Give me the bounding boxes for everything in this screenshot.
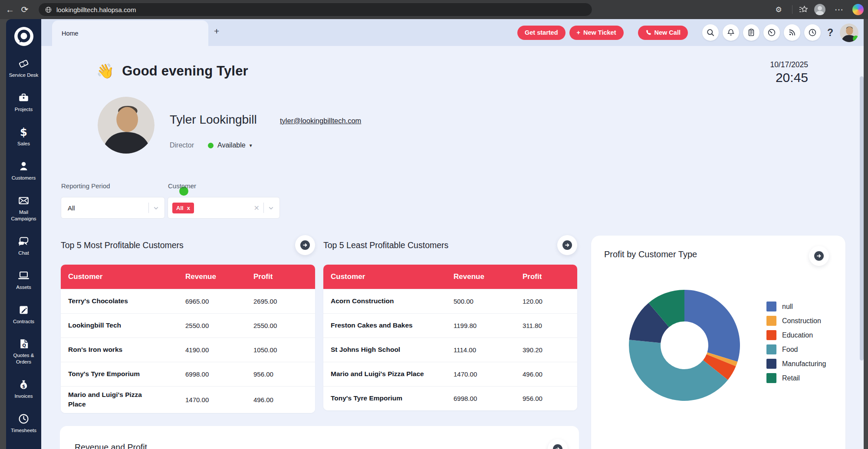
table-row[interactable]: Terry's Chocolates 6965.00 2695.00 — [61, 289, 315, 313]
person-icon — [17, 160, 30, 173]
sidebar-item-assets[interactable]: Assets — [7, 269, 41, 291]
table-row[interactable]: Ron's Iron works 4190.00 1050.00 — [61, 338, 315, 362]
tasks-button[interactable] — [743, 24, 760, 41]
least-profitable-open-button[interactable] — [557, 235, 577, 255]
reporting-period-select[interactable]: All — [61, 197, 165, 219]
time-text: 20:45 — [770, 70, 808, 85]
extensions-icon[interactable]: ⚙ — [771, 5, 786, 14]
datetime: 10/17/2025 20:45 — [770, 60, 808, 85]
chevron-down-icon[interactable]: ▼ — [249, 143, 253, 148]
sidebar-item-mail-campaigns[interactable]: Mail Campaigns — [7, 194, 41, 222]
arrow-right-circle-icon — [300, 240, 310, 250]
money-bag-icon: $ — [17, 378, 30, 391]
recent-button[interactable] — [804, 24, 821, 41]
donut-chart[interactable] — [621, 282, 747, 408]
tab-home[interactable]: Home — [52, 20, 208, 46]
browser-back-icon[interactable]: ← — [3, 5, 17, 15]
sidebar-item-label: Customers — [12, 175, 36, 181]
customer-select[interactable]: All x ✕ — [168, 197, 280, 219]
sidebar-item-timesheets[interactable]: Timesheets — [7, 413, 41, 434]
remove-tag-icon[interactable]: x — [187, 205, 190, 211]
revenue-profit-open-button[interactable] — [548, 439, 568, 449]
quote-document-icon: Q — [17, 338, 30, 350]
status-dot — [853, 36, 858, 42]
table-row[interactable]: St Johns High School 1114.00 390.20 — [323, 338, 577, 362]
chevron-down-icon[interactable] — [153, 205, 159, 211]
browser-reload-icon[interactable]: ⟳ — [17, 4, 32, 15]
search-button[interactable] — [702, 24, 719, 41]
sidebar-item-label: Projects — [15, 106, 33, 113]
legend-label: Food — [782, 346, 798, 354]
sidebar-item-contracts[interactable]: Contracts — [7, 304, 41, 325]
revenue-profit-title: Revenue and Profit — [75, 442, 147, 449]
sidebar-item-label: Quotes & Orders — [7, 352, 41, 365]
favorites-hub-icon[interactable] — [799, 5, 808, 14]
envelope-icon — [17, 194, 30, 207]
sidebar-item-label: Invoices — [14, 393, 33, 400]
legend-label: null — [782, 303, 793, 311]
browser-profile-avatar[interactable] — [814, 4, 825, 15]
new-tab-button[interactable]: + — [214, 26, 219, 36]
page-title: Good evening Tyler — [122, 63, 248, 79]
table-row[interactable]: Mario and Luigi's Pizza Place 1470.00 49… — [61, 386, 315, 413]
profit-by-type-card: Profit by Customer Type null Constructio… — [591, 236, 845, 449]
table-header: Customer Revenue Profit — [323, 265, 577, 289]
clock-icon — [17, 413, 30, 425]
user-avatar-large — [98, 97, 155, 154]
chevron-down-icon[interactable] — [268, 205, 274, 211]
sidebar-item-label: Timesheets — [11, 427, 36, 434]
table-row[interactable]: Acorn Construction 500.00 120.00 — [323, 289, 577, 313]
table-row[interactable]: Tony's Tyre Emporium 6998.00 956.00 — [61, 362, 315, 386]
halo-logo[interactable] — [14, 27, 33, 46]
donut-slice-null[interactable] — [684, 290, 740, 362]
arrow-right-circle-icon — [814, 251, 824, 261]
sidebar-item-service-desk[interactable]: Service Desk — [7, 57, 41, 79]
legend-swatch — [766, 359, 776, 369]
sidebar-item-chat[interactable]: Chat — [7, 235, 41, 256]
new-call-button[interactable]: New Call — [638, 26, 688, 40]
table-row[interactable]: Freston Cakes and Bakes 1199.80 311.80 — [323, 313, 577, 338]
table-row[interactable]: Lookingbill Tech 2550.00 2550.00 — [61, 313, 315, 338]
scrollbar-thumb[interactable] — [860, 76, 864, 361]
customer-filter-tag[interactable]: All x — [172, 203, 194, 213]
dashboard-button[interactable] — [763, 24, 780, 41]
browser-address-bar[interactable]: lookingbilltech.halopsa.com — [38, 3, 592, 16]
help-icon[interactable]: ? — [827, 27, 833, 39]
sidebar-item-invoices[interactable]: $ Invoices — [7, 378, 41, 400]
copilot-icon[interactable] — [852, 4, 864, 15]
clear-icon[interactable]: ✕ — [254, 204, 260, 212]
table-row[interactable]: Mario and Luigi's Pizza Place 1470.00 49… — [323, 362, 577, 386]
phone-icon — [645, 29, 651, 36]
user-name: Tyler Lookingbill — [170, 113, 257, 127]
sidebar-item-quotes-orders[interactable]: Q Quotes & Orders — [7, 338, 41, 365]
sidebar-item-label: Service Desk — [9, 72, 39, 79]
get-started-button[interactable]: Get started — [517, 26, 566, 40]
app-top-bar: Home + Get started +New Ticket New Call … — [41, 19, 864, 46]
clipboard-icon — [747, 28, 756, 37]
legend-item: null — [766, 302, 826, 311]
user-email-link[interactable]: tyler@lookingbilltech.com — [280, 117, 361, 125]
sidebar-item-projects[interactable]: Projects — [7, 92, 41, 113]
most-profitable-table: Customer Revenue Profit Terry's Chocolat… — [61, 265, 315, 413]
user-avatar-small[interactable] — [840, 23, 858, 42]
legend-swatch — [766, 373, 776, 383]
browser-menu-icon[interactable]: ⋯ — [832, 4, 846, 15]
chart-open-button[interactable] — [809, 246, 829, 266]
sidebar-item-label: Contracts — [13, 318, 34, 325]
most-profitable-open-button[interactable] — [295, 235, 315, 255]
availability-status[interactable]: Available — [217, 141, 246, 149]
notifications-button[interactable] — [723, 24, 739, 41]
sidebar-item-sales[interactable]: $ Sales — [7, 126, 41, 147]
legend-item: Food — [766, 344, 826, 354]
table-row[interactable]: Tony's Tyre Emporium 6998.00 956.00 — [323, 386, 577, 410]
arrow-right-circle-icon — [562, 240, 572, 250]
new-ticket-button[interactable]: +New Ticket — [569, 26, 624, 40]
select-divider — [263, 203, 264, 213]
legend-label: Retail — [782, 374, 800, 382]
svg-text:$: $ — [22, 383, 25, 389]
legend-item: Manufacturing — [766, 359, 826, 369]
sidebar-item-customers[interactable]: Customers — [7, 160, 41, 181]
least-profitable-title: Top 5 Least Profitable Customers — [323, 240, 448, 250]
feed-button[interactable] — [784, 24, 800, 41]
greeting: 👋 Good evening Tyler — [96, 62, 248, 79]
